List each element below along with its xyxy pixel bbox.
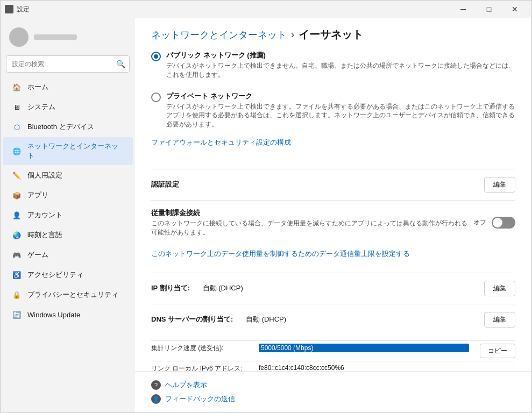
copy-button[interactable]: コピー	[480, 344, 515, 358]
feedback-icon: 👤	[151, 394, 161, 404]
time-icon: 🌏	[11, 230, 22, 240]
metered-toggle-group: オフ	[473, 217, 515, 229]
sidebar-item-system[interactable]: 🖥 システム	[3, 97, 133, 117]
auth-settings-row: 認証設定 編集	[151, 169, 515, 200]
auth-edit-button[interactable]: 編集	[484, 177, 515, 193]
breadcrumb-parent[interactable]: ネットワークとインターネット	[151, 29, 287, 41]
bluetooth-icon: ⬡	[11, 122, 22, 132]
sidebar-item-label: Bluetooth とデバイス	[27, 122, 94, 132]
metered-connection-row: 従量制課金接続 このネットワークに接続している場合、データ使用量を減らすためにア…	[151, 200, 515, 245]
sidebar-item-label: アプリ	[27, 190, 48, 200]
personalization-icon: ✏️	[11, 170, 22, 181]
public-network-radio[interactable]	[151, 52, 161, 61]
network-icon: 🌐	[11, 146, 22, 156]
private-network-label: プライベート ネットワーク	[166, 91, 515, 101]
info-value: fe80::c1c4:c140:c8cc:cc50%6	[259, 364, 515, 371]
toggle-knob	[493, 218, 502, 227]
user-name	[34, 34, 77, 40]
help-icon: ?	[151, 380, 161, 390]
sidebar-item-label: ホーム	[27, 82, 48, 92]
sidebar-item-windows-update[interactable]: 🔄 Windows Update	[3, 305, 133, 324]
private-network-radio[interactable]	[151, 92, 161, 102]
breadcrumb: ネットワークとインターネット › イーサネット	[151, 27, 515, 42]
sidebar: 🔍 🏠 ホーム 🖥 システム ⬡ Bluetooth とデバイス 🌐 ネット	[1, 18, 135, 412]
close-button[interactable]: ✕	[502, 1, 527, 18]
info-row: リンク ローカル IPv6 アドレス:fe80::c1c4:c140:c8cc:…	[151, 361, 515, 371]
info-value: 5000/5000 (Mbps)	[259, 344, 469, 352]
ip-edit-button[interactable]: 編集	[484, 281, 515, 296]
title-bar: 設定 ─ □ ✕	[1, 1, 531, 18]
help-label: ヘルプを表示	[165, 380, 207, 390]
sidebar-item-label: Windows Update	[27, 311, 80, 319]
sidebar-item-time[interactable]: 🌏 時刻と言語	[3, 225, 133, 245]
sidebar-item-label: プライバシーとセキュリティ	[27, 290, 118, 300]
public-network-text: パブリック ネットワーク (推薦) デバイスがネットワーク上で検出できません。自…	[166, 51, 515, 80]
dns-edit-button[interactable]: 編集	[484, 312, 515, 327]
metered-toggle-state: オフ	[473, 218, 486, 227]
windows-update-icon: 🔄	[11, 309, 22, 320]
window-title: 設定	[17, 5, 30, 14]
settings-section: 認証設定 編集 従量制課金接続 このネットワークに接続している場合、データ使用量…	[151, 169, 515, 335]
help-link[interactable]: ? ヘルプを表示	[151, 380, 515, 390]
dns-assign-value: 自動 (DHCP)	[246, 315, 286, 323]
sidebar-item-label: 個人用設定	[27, 170, 62, 180]
sidebar-item-apps[interactable]: 📦 アプリ	[3, 186, 133, 205]
sidebar-item-accounts[interactable]: 👤 アカウント	[3, 205, 133, 225]
sidebar-nav: 🏠 ホーム 🖥 システム ⬡ Bluetooth とデバイス 🌐 ネットワークと…	[1, 77, 135, 325]
ip-assignment-row: IP 割り当て: 自動 (DHCP) 編集	[151, 273, 515, 304]
title-bar-left: 設定	[5, 5, 30, 14]
home-icon: 🏠	[11, 82, 22, 92]
main-scroll: パブリック ネットワーク (推薦) デバイスがネットワーク上で検出できません。自…	[135, 47, 531, 371]
sidebar-item-privacy[interactable]: 🔒 プライバシーとセキュリティ	[3, 285, 133, 304]
public-network-option[interactable]: パブリック ネットワーク (推薦) デバイスがネットワーク上で検出できません。自…	[151, 47, 515, 83]
sidebar-item-label: ゲーム	[27, 250, 48, 260]
data-usage-link[interactable]: このネットワーク上のデータ使用量を制御するためのデータ通信量上限を設定する	[151, 249, 410, 259]
system-icon: 🖥	[11, 102, 22, 112]
main-footer: ? ヘルプを表示 👤 フィードバックの送信	[135, 371, 531, 412]
sidebar-item-label: アカウント	[27, 210, 62, 220]
avatar	[9, 27, 29, 47]
metered-description: このネットワークに接続している場合、データ使用量を減らすためにアプリによっては異…	[151, 219, 473, 237]
sidebar-item-games[interactable]: 🎮 ゲーム	[3, 245, 133, 265]
public-network-label: パブリック ネットワーク (推薦)	[166, 51, 515, 60]
private-network-option[interactable]: プライベート ネットワーク デバイスがネットワーク上で検出できます。ファイルを共…	[151, 88, 515, 132]
search-input[interactable]	[6, 55, 130, 73]
user-profile	[1, 22, 135, 55]
metered-toggle[interactable]	[492, 217, 515, 229]
search-icon: 🔍	[116, 60, 125, 68]
search-box: 🔍	[6, 55, 130, 73]
data-link-row: このネットワーク上のデータ使用量を制御するためのデータ通信量上限を設定する	[151, 245, 515, 273]
minimize-button[interactable]: ─	[451, 1, 476, 18]
settings-icon	[5, 5, 13, 13]
sidebar-item-label: 時刻と言語	[27, 230, 62, 240]
network-info-section: 集計リンク速度 (送受信):5000/5000 (Mbps)コピーリンク ローカ…	[151, 340, 515, 371]
games-icon: 🎮	[11, 250, 22, 260]
accounts-icon: 👤	[11, 210, 22, 220]
sidebar-item-network[interactable]: 🌐 ネットワークとインターネット	[3, 137, 133, 165]
info-row: 集計リンク速度 (送受信):5000/5000 (Mbps)コピー	[151, 340, 515, 361]
feedback-link[interactable]: 👤 フィードバックの送信	[151, 394, 515, 404]
info-label: リンク ローカル IPv6 アドレス:	[151, 364, 248, 371]
info-label: 集計リンク速度 (送受信):	[151, 344, 248, 353]
breadcrumb-current: イーサネット	[299, 27, 363, 42]
window: 設定 ─ □ ✕ 🔍 🏠 ホーム 🖥	[0, 0, 532, 413]
sidebar-item-home[interactable]: 🏠 ホーム	[3, 77, 133, 97]
main-header: ネットワークとインターネット › イーサネット	[135, 18, 531, 47]
dns-assignment-row: DNS サーバーの割り当て: 自動 (DHCP) 編集	[151, 304, 515, 335]
sidebar-item-label: アクセシビリティ	[27, 270, 83, 280]
auth-settings-label: 認証設定	[151, 180, 484, 189]
sidebar-item-personalization[interactable]: ✏️ 個人用設定	[3, 166, 133, 185]
accessibility-icon: ♿	[11, 269, 22, 280]
ip-assign-label: IP 割り当て:	[151, 284, 190, 292]
sidebar-item-bluetooth[interactable]: ⬡ Bluetooth とデバイス	[3, 117, 133, 137]
metered-label: 従量制課金接続	[151, 208, 473, 218]
firewall-link[interactable]: ファイアウォールとセキュリティ設定の構成	[151, 138, 291, 147]
feedback-label: フィードバックの送信	[165, 394, 235, 404]
window-controls: ─ □ ✕	[451, 1, 527, 18]
sidebar-item-label: システム	[27, 102, 55, 112]
private-network-text: プライベート ネットワーク デバイスがネットワーク上で検出できます。ファイルを共…	[166, 91, 515, 129]
ip-assign-value: 自動 (DHCP)	[203, 284, 243, 292]
sidebar-item-accessibility[interactable]: ♿ アクセシビリティ	[3, 265, 133, 284]
maximize-button[interactable]: □	[477, 1, 501, 18]
privacy-icon: 🔒	[11, 289, 22, 300]
